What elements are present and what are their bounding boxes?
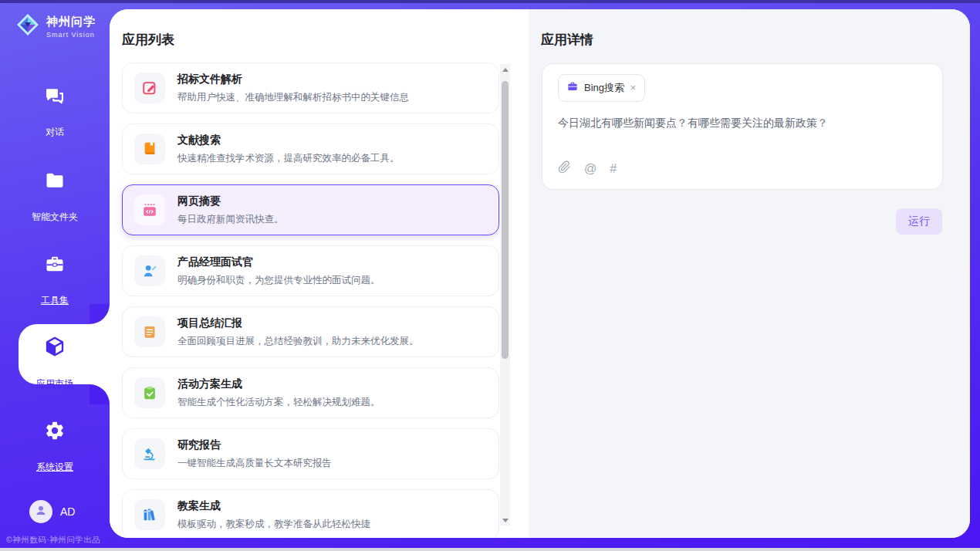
briefcase-icon [566, 80, 579, 96]
gear-icon [0, 420, 110, 441]
person-icon [34, 503, 48, 520]
app-detail-title: 应用详情 [541, 31, 593, 49]
app-name: 教案生成 [177, 499, 370, 513]
sidebar-item-chat[interactable]: 对话 [0, 85, 110, 139]
paperclip-icon[interactable] [558, 161, 571, 177]
sidebar-item-settings[interactable]: 系统设置 [0, 420, 110, 474]
list-scrollbar[interactable] [500, 64, 510, 526]
app-card-webpage-summary[interactable]: 网页摘要 每日政府新闻资讯快查。 [122, 184, 499, 235]
books-icon [134, 499, 165, 530]
app-card-literature-search[interactable]: 文献搜索 快速精准查找学术资源，提高研究效率的必备工具。 [122, 123, 499, 174]
app-name: 招标文件解析 [177, 73, 409, 86]
hash-icon[interactable]: # [610, 163, 617, 175]
tag-close-icon[interactable]: × [630, 83, 637, 93]
sidebar-item-label: 智能文件夹 [32, 211, 78, 224]
brand-subtitle: Smart Vision [46, 31, 96, 39]
edit-square-icon [134, 73, 165, 103]
sidebar-item-label: 工具集 [41, 294, 69, 307]
app-card-event-plan[interactable]: 活动方案生成 智能生成个性化活动方案，轻松解决规划难题。 [122, 367, 499, 418]
scrollbar-up-arrow[interactable] [500, 64, 510, 75]
app-list-panel: 应用列表 招标文件解析 帮助用户快速、准确地理解和解析招标书中的关键信息 [110, 9, 529, 538]
window-bottom-edge [0, 548, 980, 551]
mention-icon[interactable]: @ [584, 163, 596, 175]
browser-code-icon [134, 194, 165, 225]
sidebar-item-label: 系统设置 [36, 461, 73, 474]
scrollbar-thumb[interactable] [502, 81, 509, 359]
folder-icon [0, 170, 110, 191]
app-detail-panel: 应用详情 Bing搜索 × 今日湖北有哪些新闻要点？有哪些需要关注的最新政策？ [529, 9, 970, 538]
brand-logo: 神州问学 Smart Vision [15, 12, 96, 40]
run-button[interactable]: 运行 [896, 208, 942, 235]
app-desc: 快速精准查找学术资源，提高研究效率的必备工具。 [177, 152, 400, 165]
sidebar-item-label: 应用市场 [36, 377, 73, 390]
app-name: 文献搜索 [177, 134, 400, 147]
app-desc: 一键智能生成高质量长文本研究报告 [177, 457, 332, 470]
app-card-project-summary[interactable]: 项目总结汇报 全面回顾项目进展，总结经验教训，助力未来优化发展。 [122, 306, 499, 357]
sidebar-item-smart-folder[interactable]: 智能文件夹 [0, 170, 110, 224]
app-desc: 明确身份和职责，为您提供专业性的面试问题。 [177, 274, 380, 287]
app-desc: 智能生成个性化活动方案，轻松解决规划难题。 [177, 396, 380, 409]
sidebar: 神州问学 Smart Vision 对话 智能文件夹 [0, 3, 110, 551]
gem-logo-icon [15, 12, 40, 40]
app-desc: 帮助用户快速、准确地理解和解析招标书中的关键信息 [177, 91, 409, 104]
window-top-edge [0, 0, 980, 3]
input-toolbar: @ # [558, 161, 617, 177]
note-icon [134, 316, 165, 347]
tool-tag-label: Bing搜索 [584, 81, 624, 95]
query-input-card[interactable]: Bing搜索 × 今日湖北有哪些新闻要点？有哪些需要关注的最新政策？ @ # [542, 63, 943, 190]
tool-tag-bing-search[interactable]: Bing搜索 × [558, 74, 645, 102]
book-icon [134, 134, 165, 164]
sidebar-item-app-market[interactable]: 应用市场 [0, 335, 110, 390]
cube-icon [0, 335, 110, 358]
app-desc: 模板驱动，教案秒成，教学准备从此轻松快捷 [177, 518, 370, 531]
toolbox-icon [0, 253, 110, 275]
chat-icon [0, 85, 110, 106]
app-name: 项目总结汇报 [177, 316, 419, 330]
content-container: 应用列表 招标文件解析 帮助用户快速、准确地理解和解析招标书中的关键信息 [110, 9, 970, 538]
app-card-pm-interviewer[interactable]: 产品经理面试官 明确身份和职责，为您提供专业性的面试问题。 [122, 245, 499, 296]
app-name: 研究报告 [177, 438, 332, 452]
app-card-research-report[interactable]: 研究报告 一键智能生成高质量长文本研究报告 [122, 428, 499, 479]
microscope-icon [134, 438, 165, 469]
brand-name: 神州问学 [46, 15, 96, 29]
app-window: 神州问学 Smart Vision 对话 智能文件夹 [0, 0, 980, 551]
app-card-list: 招标文件解析 帮助用户快速、准确地理解和解析招标书中的关键信息 文献搜索 [122, 63, 499, 538]
sidebar-item-label: 对话 [46, 126, 64, 139]
clipboard-check-icon [134, 377, 165, 408]
app-card-tender-parse[interactable]: 招标文件解析 帮助用户快速、准确地理解和解析招标书中的关键信息 [122, 63, 499, 113]
app-name: 网页摘要 [177, 194, 284, 208]
sidebar-item-toolset[interactable]: 工具集 [0, 253, 110, 307]
app-name: 产品经理面试官 [177, 255, 380, 269]
query-text[interactable]: 今日湖北有哪些新闻要点？有哪些需要关注的最新政策？ [558, 117, 928, 130]
app-list-title: 应用列表 [122, 31, 174, 49]
app-name: 活动方案生成 [177, 377, 380, 391]
app-desc: 每日政府新闻资讯快查。 [177, 213, 284, 226]
person-edit-icon [134, 255, 165, 286]
user-initials: AD [60, 505, 75, 518]
user-avatar[interactable] [29, 500, 52, 523]
app-desc: 全面回顾项目进展，总结经验教训，助力未来优化发展。 [177, 335, 419, 348]
copyright-footer: ©神州数码·神州问学出品 [6, 535, 110, 546]
app-card-lesson-plan[interactable]: 教案生成 模板驱动，教案秒成，教学准备从此轻松快捷 [122, 489, 499, 538]
scrollbar-down-arrow[interactable] [500, 515, 510, 526]
